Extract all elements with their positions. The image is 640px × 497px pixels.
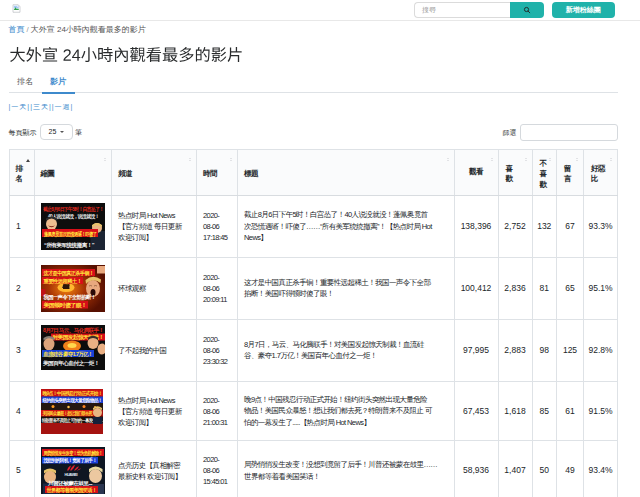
svg-text:美国顿时傻了眼！: 美国顿时傻了眼！ — [42, 302, 86, 309]
svg-text:世界都等着看美国笑话！: 世界都等着看美国笑话！ — [46, 487, 96, 494]
svg-text:纽约街头突然出现大量危险物品！: 纽约街头突然出现大量危险物品！ — [41, 396, 101, 403]
svg-text:晚9点！中国残忍行动正式开始！: 晚9点！中国残忍行动正式开始！ — [42, 389, 102, 396]
svg-text:蓬佩奥竟首次恐慌遇谞！吓傻了: 蓬佩奥竟首次恐慌遇谞！吓傻了 — [43, 229, 96, 237]
svg-text:局势悄悄发生改变！华为危机解除！: 局势悄悄发生改变！华为危机解除！ — [42, 450, 102, 457]
svg-text:血流硅谷 豪夺1.7万亿！: 血流硅谷 豪夺1.7万亿！ — [42, 351, 92, 358]
svg-text:HUAWEI: HUAWEI — [64, 471, 77, 476]
svg-text:“所有美军统统撤离！”: “所有美军统统撤离！” — [44, 241, 95, 248]
svg-text:没想到的转机！竟留了后手！: 没想到的转机！竟留了后手！ — [42, 457, 96, 464]
svg-text:川普还被蒙在鼓里....: 川普还被蒙在鼓里.... — [46, 479, 93, 486]
svg-text:美国民众暴怒！想让我们都去死？: 美国民众暴怒！想让我们都去死？ — [41, 410, 95, 417]
svg-text:美国百年心血付之一炬！: 美国百年心血付之一炬！ — [41, 360, 98, 367]
svg-text:我国一声令下全部掐断！: 我国一声令下全部掐断！ — [42, 294, 95, 301]
svg-text:重要性远超稀土！: 重要性远超稀土！ — [42, 277, 81, 284]
svg-text:这才是中国真正杀手锏！: 这才是中国真正杀手锏！ — [42, 269, 93, 276]
svg-text:截止8月6日下午5时！白宫怂了！: 截止8月6日下午5时！白宫怂了！ — [43, 206, 104, 213]
svg-text:8月7日 马云、马化腾联手！: 8月7日 马云、马化腾联手！ — [43, 327, 104, 334]
